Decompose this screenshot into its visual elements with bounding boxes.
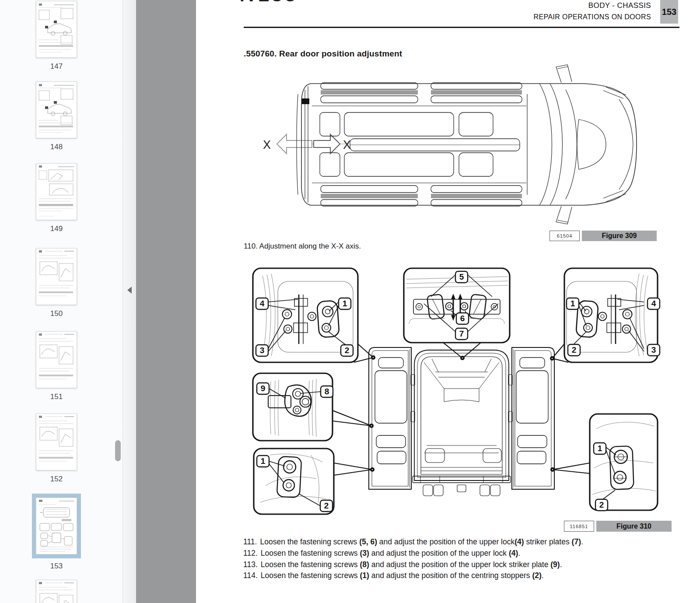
thumbnail-preview[interactable] [36, 580, 77, 603]
thumbnail-page-149[interactable]: 149 [36, 163, 77, 233]
thumbnail-page-number: 153 [36, 562, 77, 571]
thumbnail-page-number: 151 [36, 393, 77, 401]
callout-label: 3 [260, 346, 265, 355]
thumbnail-page-number: 147 [36, 62, 77, 71]
callout-label: 4 [651, 299, 656, 308]
callout-label: 2 [599, 500, 604, 509]
thumbnail-page-number: 152 [36, 475, 77, 484]
axis-label-right: X [343, 138, 351, 151]
thumbnail-preview[interactable] [36, 414, 77, 470]
thumbnail-page-150[interactable]: 150 [36, 248, 77, 318]
page-header-subtitle: REPAIR OPERATIONS ON DOORS [533, 13, 651, 21]
instruction-line: 112.Loosen the fastening screws (3) and … [243, 548, 583, 559]
instruction-line: 111.Loosen the fastening screws (5, 6) a… [243, 536, 583, 548]
header-rule [244, 27, 679, 28]
callout-label: 2 [345, 346, 350, 355]
instruction-line: 114.Loosen the fastening screws (1) and … [243, 570, 583, 582]
thumbnail-preview[interactable] [36, 331, 77, 388]
page-number-badge: 153 [660, 0, 678, 24]
thumbnail-page-153[interactable]: 153 [36, 498, 77, 571]
callout-label: 1 [343, 299, 347, 308]
callout-label: 6 [460, 314, 465, 323]
sidebar-collapse-icon[interactable] [127, 287, 132, 294]
thumbnail-preview[interactable] [36, 163, 77, 220]
callout-label: 5 [459, 272, 464, 281]
figure-reference-box: 61504 [550, 231, 580, 241]
van-rear-view [369, 347, 554, 496]
figure-310-door-adjustment-diagram: 4 1 3 2 5 6 7 1 4 2 3 9 8 1 2 1 2 [243, 257, 661, 518]
figure-reference-box: 116851 [564, 521, 594, 532]
thumbnail-preview[interactable] [36, 81, 77, 138]
axis-label-left: X [263, 138, 271, 151]
callout-label: 7 [459, 329, 464, 338]
callout-label: 4 [260, 299, 265, 308]
sidebar-scrollbar-thumb[interactable] [115, 440, 121, 461]
section-heading: .550760. Rear door position adjustment [244, 49, 402, 59]
callout-label: 3 [651, 345, 656, 354]
thumbnail-page-number: 149 [36, 224, 77, 233]
callout-label: 2 [572, 345, 577, 354]
thumbnail-preview[interactable] [36, 1, 77, 58]
thumbnail-preview[interactable] [36, 498, 77, 554]
thumbnail-page-148[interactable]: 148 [36, 81, 77, 151]
instruction-list: 111.Loosen the fastening screws (5, 6) a… [243, 536, 583, 582]
callout-label: 1 [261, 456, 266, 466]
callout-label: 2 [324, 501, 329, 510]
thumbnail-page-154[interactable]: 154 [36, 580, 77, 603]
callout-label: 8 [325, 387, 329, 396]
step-110-text: 110. Adjustment along the X-X axis. [244, 242, 361, 251]
figure-309-van-top-view: X X [259, 63, 640, 224]
brand-logo-partial: IVECO [240, 0, 299, 4]
sidebar-collapse-strip [123, 0, 136, 603]
instruction-line: 113.Loosen the fastening screws (8) and … [243, 559, 583, 571]
pdf-viewer-window: 147148149150151152153154 IVECO BODY - CH… [0, 0, 700, 603]
document-page: IVECO BODY - CHASSIS REPAIR OPERATIONS O… [196, 0, 700, 603]
thumbnail-page-number: 148 [36, 143, 77, 151]
thumbnail-sidebar: 147148149150151152153154 [0, 0, 122, 603]
attachment-point-dots [369, 355, 555, 472]
thumbnail-page-147[interactable]: 147 [36, 1, 77, 71]
callout-label: 1 [598, 444, 602, 453]
callout-label: 9 [261, 384, 266, 393]
thumbnail-page-151[interactable]: 151 [36, 331, 77, 401]
content-gutter [136, 0, 196, 603]
panel-bottom-right [590, 414, 658, 510]
thumbnail-page-number: 150 [36, 309, 77, 318]
figure-caption: Figure 309 [582, 231, 657, 241]
figure-caption: Figure 310 [596, 521, 672, 532]
page-header-title: BODY - CHASSIS [588, 1, 651, 10]
thumbnail-page-152[interactable]: 152 [36, 414, 77, 484]
callout-label: 1 [570, 299, 575, 308]
thumbnail-preview[interactable] [36, 248, 77, 305]
